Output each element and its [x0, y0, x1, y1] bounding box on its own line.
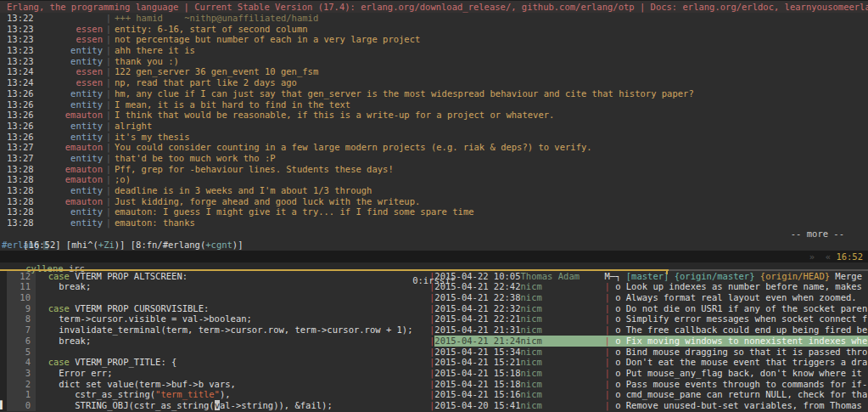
code-editor-pane[interactable]: 12 case VTERM_PROP_ALTSCREEN:11 break;10… — [0, 271, 429, 412]
text-segment: Put mouse_any_flag back, don't know wher… — [626, 368, 862, 378]
chat-message-row: 13:26entity|hm, any clue if I can just s… — [0, 88, 868, 99]
code-line[interactable]: ▌0 STRING_OBJ(cstr_as_string(val->string… — [0, 400, 429, 411]
nickname: essen — [38, 66, 103, 77]
commit-row[interactable]: |2015-04-21 15:34nicm| o Bind mouse drag… — [429, 347, 868, 358]
text-segment: cmd_mouse_pane can return NULL, check fo… — [626, 389, 867, 399]
code-line[interactable]: 1 cstr_as_string("term_title"), — [0, 389, 429, 400]
text-segment: Pass mouse events through to commands fo… — [626, 379, 867, 389]
commit-graph: | o — [602, 313, 625, 325]
line-number: 9 — [7, 303, 36, 314]
commit-date: 2015-04-21 22:32 — [434, 303, 520, 314]
commit-graph: | o — [602, 292, 625, 303]
line-number: 1 — [7, 389, 36, 400]
text-segment: invalidate_terminal(term, term->cursor.r… — [37, 325, 413, 335]
sign-column — [0, 325, 7, 336]
nickname: emauton — [38, 164, 103, 175]
code-line[interactable]: 10 — [0, 292, 429, 303]
message-timestamp: 13:26 — [0, 132, 38, 143]
commit-message: The free callback could end up being fir… — [626, 325, 867, 336]
text-segment: o — [610, 368, 626, 378]
column-divider: | — [103, 13, 115, 24]
code-text: invalidate_terminal(term, term->cursor.r… — [36, 325, 413, 336]
line-number: 2 — [7, 379, 36, 390]
code-text: break; — [36, 336, 91, 347]
text-segment: o — [610, 379, 626, 389]
commit-content: 2015-04-21 22:32nicm| o Do not die on US… — [434, 303, 868, 314]
message-text: You could consider counting in a few lar… — [115, 142, 592, 153]
text-segment: o — [610, 389, 626, 399]
commit-row[interactable]: |2015-04-21 22:32nicm| o Do not die on U… — [429, 303, 868, 314]
code-line[interactable]: 8 term->cursor.visible = val->boolean; — [0, 313, 429, 325]
commit-message: Do not die on USR1 if any of the socket … — [626, 303, 867, 314]
nickname: emauton — [38, 142, 103, 153]
commit-content: 2015-04-21 22:38nicm| o Always format re… — [434, 292, 868, 303]
nickname: entity — [38, 99, 103, 110]
active-pane-border — [0, 269, 669, 271]
commit-row[interactable]: |2015-04-21 21:24nicm| o Fix moving wind… — [429, 336, 868, 347]
editor-split: 12 case VTERM_PROP_ALTSCREEN:11 break;10… — [0, 271, 868, 412]
column-divider: | — [103, 121, 115, 132]
commit-content: 2015-04-21 15:34nicm| o Bind mouse dragg… — [434, 347, 868, 358]
sign-column — [0, 347, 7, 358]
column-divider: | — [103, 24, 115, 35]
code-line[interactable]: 9 case VTERM_PROP_CURSORVISIBLE: — [0, 303, 429, 314]
spacer — [815, 251, 826, 262]
message-timestamp: 13:26 — [0, 88, 38, 99]
commit-date: 2015-04-21 22:21 — [434, 313, 520, 325]
commit-author: nicm — [520, 400, 602, 411]
commit-row[interactable]: |2015-04-21 15:18nicm| o Put mouse_any_f… — [429, 368, 868, 379]
message-text: that'd be too much work tho :P — [115, 153, 276, 164]
commit-date: 2015-04-20 15:41 — [434, 400, 520, 411]
git-log-pane[interactable]: |2015-04-22 10:05Thomas AdamM─┐ [master]… — [429, 271, 868, 412]
tmux-clock: 16:52 — [836, 251, 863, 262]
text-segment: case — [48, 357, 70, 367]
text-segment: cstr_as_string( — [37, 389, 155, 399]
text-segment: Simplify error messages when socket conn… — [626, 313, 867, 324]
irc-message-list[interactable]: 13:22|+++ hamid ~nithp@unaffiliated/hami… — [0, 13, 868, 229]
chat-message-row: 13:26entity|alright — [0, 121, 868, 132]
column-divider: | — [103, 88, 115, 99]
commit-message: Always format real layout even when zoom… — [626, 292, 857, 303]
chat-message-row: 13:28emauton|;o) — [0, 174, 868, 185]
commit-message: cmd_mouse_pane can return NULL, check fo… — [626, 389, 867, 400]
code-line[interactable]: 4 case VTERM_PROP_TITLE: { — [0, 357, 429, 368]
pane-separator[interactable] — [0, 269, 868, 271]
code-line[interactable]: 2 dict_set_value(term->buf->b_vars, — [0, 379, 429, 390]
tmux-window-list-item[interactable]: 0:irssi* — [0, 274, 868, 286]
code-text: term->cursor.visible = val->boolean; — [36, 313, 252, 325]
commit-row[interactable]: |2015-04-21 15:21nicm| o Don't eat the m… — [429, 357, 868, 368]
text-segment: Error err; — [37, 368, 113, 378]
text-segment: o — [610, 325, 626, 335]
message-timestamp: 13:24 — [0, 66, 38, 77]
message-text: ahh there it is — [115, 45, 195, 56]
code-line[interactable]: 7 invalidate_terminal(term, term->cursor… — [0, 325, 429, 336]
commit-message: Simplify error messages when socket conn… — [626, 313, 867, 325]
commit-row[interactable]: |2015-04-21 21:31nicm| o The free callba… — [429, 325, 868, 336]
code-line[interactable]: 5 — [0, 347, 429, 358]
commit-message: Bind mouse dragging so that it is passed… — [626, 347, 867, 358]
commit-author: nicm — [520, 313, 602, 325]
commit-row[interactable]: |2015-04-21 22:38nicm| o Always format r… — [429, 292, 868, 303]
chat-message-row: 13:23entity|ahh there it is — [0, 45, 868, 56]
column-divider: | — [103, 153, 115, 164]
message-timestamp: 13:24 — [0, 77, 38, 88]
nickname: entity — [38, 132, 103, 143]
text-segment: o — [610, 292, 626, 302]
text-segment: case — [48, 303, 70, 313]
message-timestamp: 13:27 — [0, 153, 38, 164]
commit-date: 2015-04-21 15:34 — [434, 347, 520, 358]
code-line[interactable]: 3 Error err; — [0, 368, 429, 379]
commit-content: 2015-04-21 22:21nicm| o Simplify error m… — [434, 313, 868, 325]
code-line[interactable]: 6 break; — [0, 336, 429, 347]
commit-row[interactable]: |2015-04-20 15:41nicm| o Remove unused-b… — [429, 400, 868, 411]
commit-row[interactable]: |2015-04-21 15:16nicm| o cmd_mouse_pane … — [429, 389, 868, 400]
commit-graph: | o — [602, 379, 625, 390]
commit-row[interactable]: |2015-04-21 22:21nicm| o Simplify error … — [429, 313, 868, 325]
commit-message: Put mouse_any_flag back, don't know wher… — [626, 368, 862, 379]
sign-column — [0, 313, 7, 325]
tmux-session-name: cyllene — [21, 263, 63, 274]
commit-author: nicm — [520, 368, 602, 379]
chat-message-row: 13:22|+++ hamid ~nithp@unaffiliated/hami… — [0, 13, 868, 24]
commit-row[interactable]: |2015-04-21 15:18nicm| o Pass mouse even… — [429, 379, 868, 390]
column-divider: | — [103, 164, 115, 175]
